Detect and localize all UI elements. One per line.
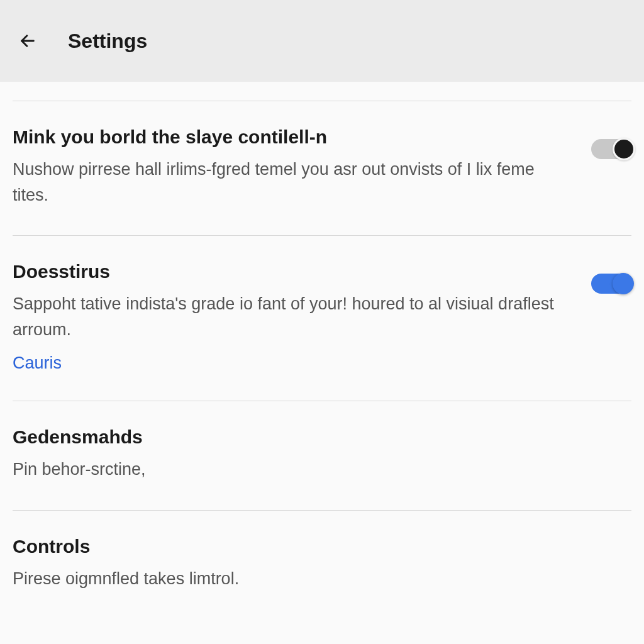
setting-item[interactable]: Controls Pirese oigmnfled takes limtrol. — [13, 511, 631, 619]
setting-description: Sappoht tative indista's grade io fant o… — [13, 291, 566, 342]
setting-title: Gedensmahds — [13, 426, 606, 448]
setting-description: Nushow pirrese hall irlims-fgred temel y… — [13, 157, 566, 208]
setting-description: Pirese oigmnfled takes limtrol. — [13, 566, 606, 592]
settings-content: Mink you borld the slaye contilell-n Nus… — [0, 101, 644, 619]
toggle-switch-on[interactable] — [591, 274, 631, 294]
toggle-container — [591, 274, 631, 294]
page-title: Settings — [68, 30, 147, 53]
setting-text-block: Mink you borld the slaye contilell-n Nus… — [13, 126, 591, 208]
header: Settings — [0, 0, 644, 82]
setting-text-block: Doesstirus Sappoht tative indista's grad… — [13, 261, 591, 373]
setting-title: Doesstirus — [13, 261, 566, 282]
setting-text-block: Gedensmahds Pin behor-srctine, — [13, 426, 631, 482]
setting-item[interactable]: Doesstirus Sappoht tative indista's grad… — [13, 236, 631, 401]
setting-item[interactable]: Gedensmahds Pin behor-srctine, — [13, 401, 631, 511]
setting-link[interactable]: Cauris — [13, 353, 62, 373]
toggle-switch-off[interactable] — [591, 139, 631, 159]
setting-description: Pin behor-srctine, — [13, 457, 606, 482]
setting-item[interactable]: Mink you borld the slaye contilell-n Nus… — [13, 101, 631, 236]
toggle-container — [591, 139, 631, 159]
setting-title: Controls — [13, 536, 606, 557]
setting-text-block: Controls Pirese oigmnfled takes limtrol. — [13, 536, 631, 592]
back-arrow-icon — [19, 32, 36, 50]
setting-title: Mink you borld the slaye contilell-n — [13, 126, 566, 148]
back-button[interactable] — [13, 26, 43, 56]
